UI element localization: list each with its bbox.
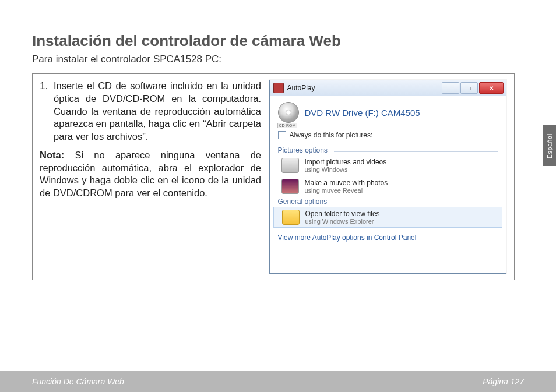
- general-options-label: General options: [278, 197, 328, 206]
- window-titlebar[interactable]: AutoPlay – □ ✕: [270, 80, 506, 96]
- muvee-icon: [281, 179, 299, 194]
- step-1: 1. Inserte el CD de software incluido en…: [37, 80, 261, 143]
- option-text: Open folder to view files using Windows …: [305, 210, 380, 225]
- window-title: AutoPlay: [287, 84, 442, 92]
- content-area: Instalación del controlador de cámara We…: [0, 0, 556, 280]
- option-title: Make a muvee with photos: [305, 179, 388, 187]
- option-title: Open folder to view files: [305, 210, 380, 218]
- camera-icon: [281, 158, 299, 173]
- step-text: Inserte el CD de software incluido en la…: [54, 80, 261, 143]
- page-title: Instalación del controlador de cámara We…: [32, 32, 524, 50]
- option-subtitle: using Windows: [305, 166, 387, 173]
- divider-line: [333, 203, 498, 203]
- always-do-this-row[interactable]: Always do this for pictures:: [270, 128, 506, 145]
- note-text: Si no aparece ninguna ventana de reprodu…: [40, 150, 261, 198]
- folder-icon: [282, 210, 300, 225]
- option-subtitle: using Windows Explorer: [305, 218, 380, 225]
- option-make-muvee[interactable]: Make a muvee with photos using muvee Rev…: [273, 176, 502, 196]
- pictures-options-header: Pictures options: [270, 146, 506, 154]
- note-block: Nota: Si no aparece ninguna ventana de r…: [40, 149, 261, 200]
- instruction-box: 1. Inserte el CD de software incluido en…: [32, 73, 515, 280]
- option-text: Make a muvee with photos using muvee Rev…: [305, 179, 388, 194]
- cd-icon: CD-ROM: [278, 102, 299, 123]
- divider-line: [334, 151, 498, 152]
- language-tab: Español: [543, 125, 556, 166]
- checkbox-label: Always do this for pictures:: [290, 131, 373, 139]
- pictures-options-label: Pictures options: [278, 146, 328, 154]
- note-label: Nota:: [40, 150, 64, 160]
- close-button[interactable]: ✕: [479, 82, 504, 94]
- general-options-header: General options: [270, 197, 506, 206]
- minimize-button[interactable]: –: [442, 82, 459, 94]
- option-subtitle: using muvee Reveal: [305, 187, 388, 194]
- page-footer: Función De Cámara Web Página 127: [0, 371, 556, 392]
- checkbox-icon[interactable]: [278, 131, 286, 139]
- drive-label: DVD RW Drive (F:) CAM4505: [305, 108, 420, 118]
- option-open-folder[interactable]: Open folder to view files using Windows …: [273, 207, 502, 228]
- autoplay-window: AutoPlay – □ ✕ CD-ROM DVD RW Drive (F:) …: [269, 80, 506, 274]
- option-text: Import pictures and videos using Windows: [305, 158, 387, 173]
- document-page: Instalación del controlador de cámara We…: [0, 0, 556, 392]
- instruction-text-column: 1. Inserte el CD de software incluido en…: [37, 80, 261, 274]
- option-import-pictures[interactable]: Import pictures and videos using Windows: [273, 156, 502, 175]
- drive-row: CD-ROM DVD RW Drive (F:) CAM4505: [270, 96, 506, 128]
- more-autoplay-link[interactable]: View more AutoPlay options in Control Pa…: [270, 229, 506, 249]
- maximize-button[interactable]: □: [460, 82, 478, 94]
- page-subtitle: Para instalar el controlador SPCA1528 PC…: [32, 54, 524, 65]
- footer-left: Función De Cámara Web: [32, 377, 124, 386]
- screenshot-column: AutoPlay – □ ✕ CD-ROM DVD RW Drive (F:) …: [268, 80, 507, 274]
- footer-right: Página 127: [483, 377, 524, 386]
- step-number: 1.: [37, 80, 48, 143]
- option-title: Import pictures and videos: [305, 158, 387, 166]
- autoplay-icon: [273, 83, 284, 93]
- cd-caption: CD-ROM: [277, 123, 298, 128]
- window-controls: – □ ✕: [442, 82, 504, 94]
